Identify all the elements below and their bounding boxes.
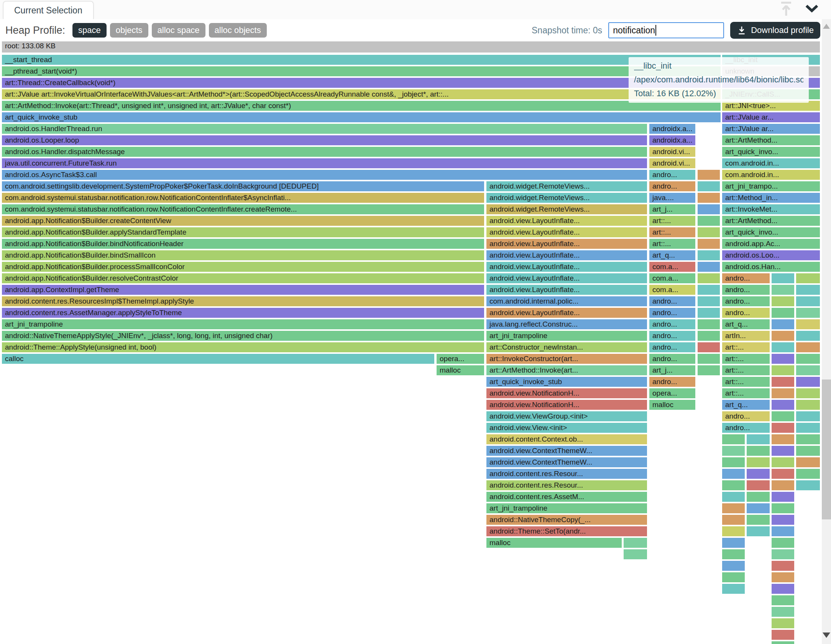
flame-cell[interactable] xyxy=(772,423,794,433)
flame-cell[interactable] xyxy=(796,423,820,433)
flame-cell[interactable]: art::JValue ar... xyxy=(722,112,820,122)
flame-cell[interactable] xyxy=(698,354,720,364)
flame-cell[interactable] xyxy=(772,434,794,444)
flame-cell[interactable]: android.app.Notification$Builder.bindSma… xyxy=(2,250,484,260)
scrollbar-track[interactable] xyxy=(822,19,831,644)
flame-cell[interactable] xyxy=(796,285,820,295)
chevron-down-icon[interactable] xyxy=(804,3,820,16)
flame-cell[interactable]: android.view.LayoutInflate... xyxy=(486,262,647,272)
flame-cell[interactable] xyxy=(796,480,820,490)
expand-panel-icon[interactable] xyxy=(777,0,795,19)
flame-cell[interactable] xyxy=(772,492,794,502)
flame-cell[interactable]: android.content.res.Resour... xyxy=(486,480,647,490)
flame-cell[interactable] xyxy=(698,216,720,226)
flame-cell[interactable]: com.android.systemui.statusbar.notificat… xyxy=(2,204,484,214)
flame-cell[interactable] xyxy=(747,434,770,444)
flame-cell[interactable]: android.vi... xyxy=(649,158,695,168)
flame-cell[interactable]: malloc xyxy=(486,538,622,548)
flame-cell[interactable] xyxy=(796,308,820,318)
flame-cell[interactable] xyxy=(698,181,720,191)
flame-cell[interactable]: android.view.LayoutInflate... xyxy=(486,308,647,318)
flame-cell[interactable] xyxy=(698,193,720,203)
flame-cell[interactable]: android.os.HandlerThread.run xyxy=(2,124,647,134)
flame-cell[interactable] xyxy=(772,273,794,283)
scrollbar-up-button[interactable] xyxy=(823,24,830,29)
flame-cell[interactable]: art_q... xyxy=(722,400,770,410)
flame-cell[interactable]: art_quick_invoke_stub xyxy=(486,377,647,387)
flame-cell[interactable]: com.android.in... xyxy=(722,170,820,180)
flame-cell[interactable] xyxy=(772,607,794,617)
flame-cell[interactable] xyxy=(698,365,720,375)
flame-cell[interactable]: andro... xyxy=(649,181,695,191)
flame-cell[interactable]: art_jni_trampoline xyxy=(486,331,647,341)
flame-cell[interactable] xyxy=(722,503,745,513)
flame-cell[interactable]: android.app.Ac... xyxy=(722,239,820,249)
flame-cell[interactable] xyxy=(747,492,770,502)
flame-cell[interactable]: android.view.LayoutInflate... xyxy=(486,250,647,260)
flame-cell[interactable] xyxy=(722,549,745,559)
flame-cell[interactable]: andro... xyxy=(722,308,770,318)
flame-cell[interactable]: android.view.ViewGroup.<init> xyxy=(486,411,647,421)
flame-cell[interactable] xyxy=(796,296,820,306)
flame-cell[interactable]: andro... xyxy=(722,411,770,421)
flame-cell[interactable] xyxy=(747,480,770,490)
flame-cell[interactable]: andro... xyxy=(649,331,695,341)
flame-cell[interactable]: java.lang.reflect.Construc... xyxy=(486,319,647,329)
flame-cell[interactable] xyxy=(796,342,820,352)
flame-cell[interactable]: android.view.ContextThemeW... xyxy=(486,446,647,456)
flame-cell[interactable] xyxy=(772,469,794,479)
flame-cell[interactable]: android.content.Context.ob... xyxy=(486,434,647,444)
flame-cell[interactable] xyxy=(698,227,720,237)
flame-cell[interactable]: com.android.settingslib.development.Syst… xyxy=(2,181,484,191)
flame-cell[interactable]: art_quick_invo... xyxy=(722,147,820,157)
flame-cell[interactable]: android.view.LayoutInflate... xyxy=(486,273,647,283)
flame-cell[interactable] xyxy=(772,296,794,306)
flame-cell[interactable]: art::InvokeConstructor(art... xyxy=(486,354,647,364)
flame-cell[interactable]: android.view.NotificationH... xyxy=(486,388,647,398)
scrollbar-down-button[interactable] xyxy=(823,632,830,638)
flame-cell[interactable]: andro... xyxy=(649,354,695,364)
flame-cell[interactable]: art_q... xyxy=(722,319,770,329)
download-profile-button[interactable]: Download profile xyxy=(730,22,820,39)
flame-cell[interactable]: __pthread_start(void*) xyxy=(2,66,721,76)
flame-cell[interactable] xyxy=(796,319,820,329)
flame-cell[interactable] xyxy=(772,365,794,375)
flame-cell[interactable] xyxy=(722,469,745,479)
flame-cell[interactable]: java.util.concurrent.FutureTask.run xyxy=(2,158,647,168)
flame-cell[interactable]: andro... xyxy=(722,296,770,306)
flame-cell[interactable]: art::... xyxy=(722,354,770,364)
flame-cell[interactable] xyxy=(796,469,820,479)
flame-cell[interactable]: __start_thread xyxy=(2,55,721,65)
flame-cell[interactable]: andro... xyxy=(649,308,695,318)
flame-cell[interactable]: android.os.AsyncTask$3.call xyxy=(2,170,647,180)
flame-cell[interactable] xyxy=(772,480,794,490)
flame-cell[interactable] xyxy=(698,250,720,260)
flame-cell[interactable] xyxy=(772,618,794,628)
flame-cell[interactable]: art::InvokeMet... xyxy=(722,204,820,214)
flame-cell[interactable]: com.android.internal.polic... xyxy=(486,296,647,306)
flame-cell[interactable]: android.content.res.AssetM... xyxy=(486,492,647,502)
flame-cell[interactable] xyxy=(722,526,745,536)
flame-cell[interactable]: art::ArtMethod::Invoke(art::Thread*, uns… xyxy=(2,101,721,111)
flame-cell[interactable]: android::Theme::SetTo(andr... xyxy=(486,526,647,536)
flame-cell[interactable] xyxy=(796,411,820,421)
button-alloc-objects[interactable]: alloc objects xyxy=(209,23,267,38)
flame-cell[interactable] xyxy=(624,538,647,548)
flame-cell[interactable]: art_q... xyxy=(649,250,695,260)
flame-cell[interactable] xyxy=(796,446,820,456)
flame-cell[interactable] xyxy=(722,457,745,467)
flame-cell[interactable]: android::NativeThemeCopy(_... xyxy=(486,515,647,525)
flame-cell[interactable] xyxy=(624,549,647,559)
flame-cell[interactable] xyxy=(747,469,770,479)
flame-cell[interactable] xyxy=(698,262,720,272)
flame-cell[interactable]: malloc xyxy=(437,365,484,375)
flame-cell[interactable]: android.app.Notification$Builder.bindNot… xyxy=(2,239,484,249)
flame-cell[interactable]: android.view.LayoutInflate... xyxy=(486,239,647,249)
flame-cell[interactable] xyxy=(698,239,720,249)
flame-cell[interactable] xyxy=(722,572,745,582)
flame-cell[interactable]: art::Method_in... xyxy=(722,193,820,203)
button-alloc-space[interactable]: alloc space xyxy=(152,23,205,38)
flame-cell[interactable]: android.app.Notification$Builder.createC… xyxy=(2,216,484,226)
flame-cell[interactable]: art_jni_trampo... xyxy=(722,181,820,191)
flame-cell[interactable]: android.content.res.ResourcesImpl$ThemeI… xyxy=(2,296,484,306)
